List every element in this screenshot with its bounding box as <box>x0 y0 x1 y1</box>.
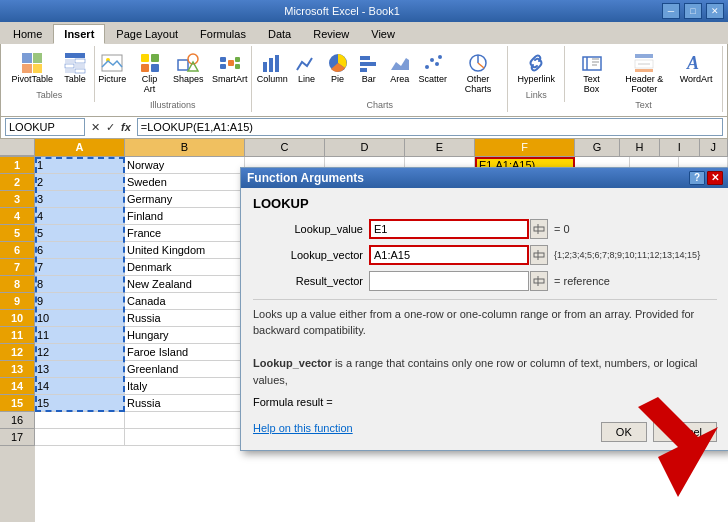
insert-function-icon[interactable]: fx <box>119 121 133 133</box>
row-num-12[interactable]: 12 <box>0 344 35 361</box>
row-num-10[interactable]: 10 <box>0 310 35 327</box>
cancel-button[interactable]: Cancel <box>653 422 717 442</box>
cell-b4[interactable]: Finland <box>125 208 245 225</box>
maximize-button[interactable]: □ <box>684 3 702 19</box>
cell-a16[interactable] <box>35 412 125 429</box>
lookup-value-input[interactable] <box>369 219 529 239</box>
cell-a9[interactable]: 9 <box>35 293 125 310</box>
bar-chart-button[interactable]: Bar <box>354 48 383 88</box>
cell-b11[interactable]: Hungary <box>125 327 245 344</box>
cell-b17[interactable] <box>125 429 245 446</box>
column-chart-button[interactable]: Column <box>255 48 290 88</box>
tab-formulas[interactable]: Formulas <box>189 24 257 44</box>
header-footer-button[interactable]: Header & Footer <box>612 48 676 98</box>
cell-a4[interactable]: 4 <box>35 208 125 225</box>
tab-data[interactable]: Data <box>257 24 302 44</box>
col-header-e[interactable]: E <box>405 139 475 156</box>
table-button[interactable]: Table <box>59 48 91 88</box>
row-num-11[interactable]: 11 <box>0 327 35 344</box>
cell-a10[interactable]: 10 <box>35 310 125 327</box>
cell-b8[interactable]: New Zealand <box>125 276 245 293</box>
row-num-17[interactable]: 17 <box>0 429 35 446</box>
shapes-button[interactable]: Shapes <box>170 48 207 88</box>
other-charts-button[interactable]: Other Charts <box>451 48 504 98</box>
row-num-7[interactable]: 7 <box>0 259 35 276</box>
cell-a5[interactable]: 5 <box>35 225 125 242</box>
row-num-9[interactable]: 9 <box>0 293 35 310</box>
cell-b2[interactable]: Sweden <box>125 174 245 191</box>
tab-review[interactable]: Review <box>302 24 360 44</box>
close-button[interactable]: ✕ <box>706 3 724 19</box>
result-vector-collapse-button[interactable] <box>530 271 548 291</box>
col-header-g[interactable]: G <box>575 139 620 156</box>
result-vector-input[interactable] <box>369 271 529 291</box>
col-header-h[interactable]: H <box>620 139 660 156</box>
cell-a12[interactable]: 12 <box>35 344 125 361</box>
dialog-help-button[interactable]: ? <box>689 171 705 185</box>
cell-b3[interactable]: Germany <box>125 191 245 208</box>
clipart-button[interactable]: Clip Art <box>132 48 168 98</box>
cell-b14[interactable]: Italy <box>125 378 245 395</box>
cell-a14[interactable]: 14 <box>35 378 125 395</box>
tab-insert[interactable]: Insert <box>53 24 105 44</box>
cancel-formula-icon[interactable]: ✕ <box>89 121 102 134</box>
lookup-value-collapse-button[interactable] <box>530 219 548 239</box>
cell-a7[interactable]: 7 <box>35 259 125 276</box>
pie-chart-button[interactable]: Pie <box>323 48 352 88</box>
confirm-formula-icon[interactable]: ✓ <box>104 121 117 134</box>
col-header-c[interactable]: C <box>245 139 325 156</box>
smartart-button[interactable]: SmartArt <box>209 48 251 88</box>
formula-input[interactable] <box>137 118 723 136</box>
help-link[interactable]: Help on this function <box>253 422 353 434</box>
cell-a17[interactable] <box>35 429 125 446</box>
lookup-vector-collapse-button[interactable] <box>530 245 548 265</box>
row-num-3[interactable]: 3 <box>0 191 35 208</box>
cell-b1[interactable]: Norway <box>125 157 245 174</box>
ok-button[interactable]: OK <box>601 422 647 442</box>
cell-b13[interactable]: Greenland <box>125 361 245 378</box>
row-num-2[interactable]: 2 <box>0 174 35 191</box>
tab-view[interactable]: View <box>360 24 406 44</box>
name-box[interactable] <box>5 118 85 136</box>
lookup-vector-input[interactable] <box>369 245 529 265</box>
cell-a2[interactable]: 2 <box>35 174 125 191</box>
row-num-16[interactable]: 16 <box>0 412 35 429</box>
cell-a15[interactable]: 15 <box>35 395 125 412</box>
row-num-4[interactable]: 4 <box>0 208 35 225</box>
picture-button[interactable]: Picture <box>95 48 130 88</box>
row-num-8[interactable]: 8 <box>0 276 35 293</box>
tab-home[interactable]: Home <box>2 24 53 44</box>
cell-a8[interactable]: 8 <box>35 276 125 293</box>
cell-b16[interactable] <box>125 412 245 429</box>
row-num-15[interactable]: 15 <box>0 395 35 412</box>
dialog-close-button[interactable]: ✕ <box>707 171 723 185</box>
line-chart-button[interactable]: Line <box>292 48 321 88</box>
cell-a6[interactable]: 6 <box>35 242 125 259</box>
cell-b5[interactable]: France <box>125 225 245 242</box>
area-chart-button[interactable]: Area <box>385 48 414 88</box>
cell-a13[interactable]: 13 <box>35 361 125 378</box>
textbox-button[interactable]: Text Box <box>573 48 610 98</box>
cell-a3[interactable]: 3 <box>35 191 125 208</box>
col-header-b[interactable]: B <box>125 139 245 156</box>
row-num-6[interactable]: 6 <box>0 242 35 259</box>
wordart-button[interactable]: A WordArt <box>678 48 714 88</box>
cell-b15[interactable]: Russia <box>125 395 245 412</box>
hyperlink-button[interactable]: Hyperlink <box>513 48 559 88</box>
cell-b10[interactable]: Russia <box>125 310 245 327</box>
row-num-14[interactable]: 14 <box>0 378 35 395</box>
row-num-5[interactable]: 5 <box>0 225 35 242</box>
row-num-1[interactable]: 1 <box>0 157 35 174</box>
row-num-13[interactable]: 13 <box>0 361 35 378</box>
cell-b7[interactable]: Denmark <box>125 259 245 276</box>
cell-b9[interactable]: Canada <box>125 293 245 310</box>
col-header-f[interactable]: F <box>475 139 575 156</box>
cell-a11[interactable]: 11 <box>35 327 125 344</box>
pivottable-button[interactable]: PivotTable <box>8 48 58 88</box>
cell-b12[interactable]: Faroe Island <box>125 344 245 361</box>
scatter-chart-button[interactable]: Scatter <box>416 48 449 88</box>
cell-a1[interactable]: 1 <box>35 157 125 174</box>
col-header-a[interactable]: A <box>35 139 125 156</box>
tab-page-layout[interactable]: Page Layout <box>105 24 189 44</box>
cell-b6[interactable]: United Kingdom <box>125 242 245 259</box>
